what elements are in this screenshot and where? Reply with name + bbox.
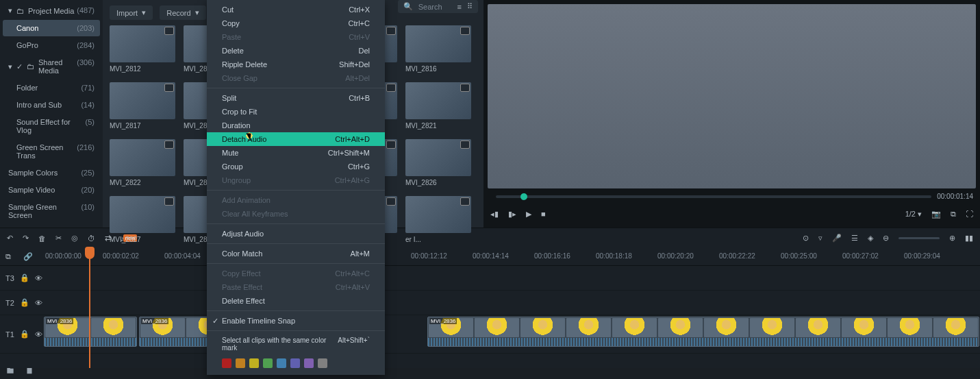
track-row: T1🔒👁 MVI_2836MVI_2836 MVI_2836 [0, 315, 980, 354]
context-menu-item[interactable]: Delete Effect [207, 294, 385, 308]
color-swatch[interactable] [236, 358, 245, 368]
context-menu-item[interactable]: GroupCtrl+G [207, 160, 385, 173]
record-dropdown[interactable]: Record▾ [160, 5, 205, 20]
marker-icon[interactable]: ▿ [818, 234, 822, 243]
add-to-timeline-icon[interactable] [386, 27, 396, 35]
voiceover-icon[interactable]: 🎤 [832, 234, 842, 243]
auto-ripple-icon[interactable]: ⧉ [5, 252, 11, 261]
context-menu-item[interactable]: Color MatchAlt+M [207, 247, 385, 260]
sidebar-item[interactable]: ▾✓🗀Shared Media(306) [3, 54, 100, 79]
add-to-timeline-icon[interactable] [164, 140, 174, 149]
color-swatch[interactable] [249, 358, 259, 368]
timecode-mark: 00:00:16:16 [534, 252, 570, 260]
sidebar-item[interactable]: Sample Video(20) [3, 182, 100, 198]
context-menu-item[interactable]: Enable Timeline Snap [207, 314, 385, 328]
sidebar-item[interactable]: Folder(71) [3, 80, 100, 96]
stop-button[interactable]: ■ [541, 210, 546, 218]
fullscreen-icon[interactable]: ⛶ [966, 210, 973, 218]
speed-button[interactable]: ⏱ [88, 234, 95, 243]
video-clip[interactable]: MVI_2836 [44, 317, 137, 347]
redo-button[interactable]: ↷ [23, 234, 29, 243]
context-menu-item[interactable]: Ripple DeleteShift+Del [207, 58, 385, 71]
sidebar-item[interactable]: Sample Colors(25) [3, 164, 100, 181]
context-menu-item[interactable]: Duration [207, 119, 385, 132]
undo-button[interactable]: ↶ [7, 234, 13, 243]
zoom-out-button[interactable]: ⊖ [883, 234, 889, 243]
media-thumb[interactable]: MVI_2816 [405, 25, 471, 73]
quality-dropdown[interactable]: 1/2 ▾ [905, 210, 922, 219]
split-button[interactable]: ✂ [55, 234, 62, 243]
sort-icon[interactable]: ≡ [457, 3, 462, 11]
add-to-timeline-icon[interactable] [164, 84, 174, 92]
sidebar-item[interactable]: ▾🗀Project Media(487) [3, 2, 100, 19]
context-menu-item[interactable]: Crop to Fit [207, 105, 385, 119]
context-menu-item[interactable]: Detach AudioCtrl+Alt+D [207, 132, 385, 146]
context-menu-item[interactable]: Select all clips with the same color mar… [207, 334, 385, 354]
lock-icon[interactable]: 🔒 [20, 330, 29, 339]
add-to-timeline-icon[interactable] [386, 84, 396, 92]
eye-icon[interactable]: 👁 [35, 274, 42, 282]
preview-video[interactable] [488, 4, 976, 188]
sidebar-item[interactable]: Sample Green Screen(10) [3, 199, 100, 223]
render-icon[interactable]: ⊙ [803, 234, 809, 243]
media-thumb[interactable]: MVI_2826 [405, 139, 471, 186]
add-to-timeline-icon[interactable] [386, 140, 396, 149]
link-icon[interactable]: 🔗 [23, 252, 33, 261]
media-thumb[interactable]: MVI_2821 [405, 82, 471, 130]
next-frame-button[interactable]: ▮▸ [508, 210, 516, 219]
media-thumb[interactable]: MVI_2817 [110, 82, 175, 130]
zoom-slider[interactable] [899, 237, 940, 239]
context-menu-item[interactable]: DeleteDel [207, 44, 385, 58]
media-thumb[interactable]: er I... [405, 196, 471, 243]
mixer-icon[interactable]: ☰ [851, 234, 858, 243]
crop-button[interactable]: ◎ [71, 234, 78, 243]
color-swatch[interactable] [222, 358, 231, 368]
color-swatch[interactable] [318, 358, 327, 368]
timeline-ruler[interactable]: ⧉ 🔗 00:00:00:00 00:00:02:0200:00:04:0400… [0, 248, 980, 266]
mark-in-icon[interactable]: ⧉ [951, 210, 956, 219]
keyframe-icon[interactable]: ◈ [868, 234, 873, 243]
add-to-timeline-icon[interactable] [460, 84, 470, 92]
add-to-timeline-icon[interactable] [460, 27, 470, 35]
menu-item-label: Crop to Fit [222, 108, 257, 116]
play-button[interactable]: ▶ [526, 210, 531, 219]
add-to-timeline-icon[interactable] [164, 197, 174, 206]
add-to-timeline-icon[interactable] [460, 140, 470, 149]
color-swatch[interactable] [277, 358, 286, 368]
sidebar-item[interactable]: Canon(203) [3, 20, 100, 36]
delete-button[interactable]: 🗑 [38, 234, 46, 243]
context-menu-item[interactable]: Adjust Audio [207, 227, 385, 241]
timecode-mark: 00:00:22:22 [719, 252, 755, 260]
context-menu-item[interactable]: CutCtrl+X [207, 3, 385, 16]
grid-view-icon[interactable]: ⠿ [467, 2, 473, 11]
add-to-timeline-icon[interactable] [386, 197, 396, 206]
context-menu-item[interactable]: SplitCtrl+B [207, 91, 385, 105]
sidebar-item[interactable]: Green Screen Trans(216) [3, 139, 100, 164]
prev-frame-button[interactable]: ◂▮ [490, 210, 499, 219]
color-swatch[interactable] [304, 358, 314, 368]
eye-icon[interactable]: 👁 [35, 299, 42, 307]
media-thumb[interactable]: MVI_2827 [110, 196, 175, 243]
lock-icon[interactable]: 🔒 [20, 298, 29, 307]
lock-icon[interactable]: 🔒 [20, 273, 29, 282]
sidebar-item[interactable]: Intro and Sub(14) [3, 97, 100, 113]
snapshot-icon[interactable]: 📷 [931, 210, 941, 219]
sidebar-item[interactable]: GoPro(284) [3, 37, 100, 53]
zoom-fit-button[interactable]: ▮▮ [965, 234, 973, 243]
import-dropdown[interactable]: Import▾ [110, 5, 153, 20]
media-thumb[interactable]: MVI_2822 [110, 139, 175, 186]
zoom-in-button[interactable]: ⊕ [949, 234, 955, 243]
eye-icon[interactable]: 👁 [35, 330, 42, 339]
media-thumb[interactable]: MVI_2812 [110, 25, 175, 73]
context-menu-item[interactable]: MuteCtrl+Shift+M [207, 146, 385, 160]
sidebar-item[interactable]: Sound Effect for Vlog(5) [3, 114, 100, 138]
color-swatch[interactable] [263, 358, 273, 368]
add-to-timeline-icon[interactable] [460, 197, 470, 206]
context-menu-item[interactable]: CopyCtrl+C [207, 16, 385, 30]
color-swatch[interactable] [290, 358, 300, 368]
seek-bar[interactable] [496, 195, 931, 198]
menu-item-shortcut: Ctrl+V [349, 33, 370, 41]
add-to-timeline-icon[interactable] [164, 27, 174, 35]
search-input[interactable]: 🔍 Search ≡ ⠿ [398, 0, 478, 13]
video-clip[interactable]: MVI_2836 [427, 317, 979, 347]
